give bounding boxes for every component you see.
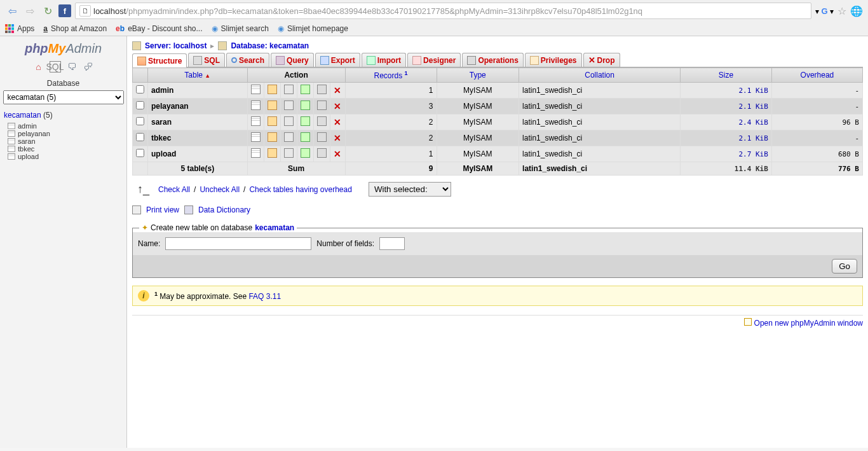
extension-globe-icon[interactable]: 🌐 <box>850 5 863 17</box>
col-records[interactable]: Records 1 <box>345 68 437 83</box>
empty-action[interactable] <box>313 114 330 130</box>
query-window-icon[interactable]: 🗪 <box>83 61 94 73</box>
bookmark-slimjet-search[interactable]: ◉Slimjet search <box>212 24 269 33</box>
tab-import[interactable]: Import <box>362 53 406 67</box>
drop-action[interactable]: ✕ <box>330 146 345 162</box>
insert-action[interactable] <box>297 146 313 162</box>
structure-action[interactable] <box>264 83 280 99</box>
structure-action[interactable] <box>264 114 280 130</box>
browse-action[interactable] <box>247 114 264 130</box>
search-action[interactable] <box>280 130 297 146</box>
forward-button[interactable]: ⇨ <box>23 4 37 18</box>
search-action[interactable] <box>280 83 297 99</box>
insert-action[interactable] <box>297 114 313 130</box>
faq-link[interactable]: FAQ 3.11 <box>248 292 281 301</box>
drop-action[interactable]: ✕ <box>330 114 345 130</box>
name-label: Name: <box>138 239 160 248</box>
empty-action[interactable] <box>313 130 330 146</box>
insert-action[interactable] <box>297 130 313 146</box>
drop-action[interactable]: ✕ <box>330 83 345 99</box>
empty-action[interactable] <box>313 83 330 99</box>
bookmark-apps[interactable]: Apps <box>5 24 34 33</box>
search-icon <box>231 57 237 63</box>
docs-icon[interactable]: 🗨 <box>66 61 78 73</box>
insert-action[interactable] <box>297 99 313 114</box>
tab-search[interactable]: Search <box>226 53 269 67</box>
open-new-window-link[interactable]: Open new phpMyAdmin window <box>754 319 863 328</box>
tab-privileges[interactable]: Privileges <box>525 53 582 67</box>
search-action[interactable] <box>280 114 297 130</box>
tab-export[interactable]: Export <box>315 53 360 67</box>
browse-action[interactable] <box>247 83 264 99</box>
bookmark-ebay[interactable]: ebeBay - Discount sho... <box>116 24 202 33</box>
browse-action[interactable] <box>247 130 264 146</box>
insert-action[interactable] <box>297 83 313 99</box>
empty-action[interactable] <box>313 99 330 114</box>
page-info-icon[interactable]: 🗋 <box>79 5 91 17</box>
browse-action[interactable] <box>247 99 264 114</box>
col-size[interactable]: Size <box>681 68 772 83</box>
home-icon[interactable]: ⌂ <box>33 61 44 73</box>
tab-query[interactable]: Query <box>271 53 314 67</box>
search-action[interactable] <box>280 99 297 114</box>
row-checkbox[interactable] <box>136 117 144 125</box>
table-name-cell[interactable]: admin <box>148 83 248 99</box>
breadcrumb-database[interactable]: Database: kecamatan <box>231 41 309 50</box>
fields-count-input[interactable] <box>379 237 405 250</box>
reload-button[interactable]: ↻ <box>41 4 55 18</box>
structure-action[interactable] <box>264 130 280 146</box>
tab-drop[interactable]: ✕Drop <box>583 53 620 67</box>
sidebar-table-item[interactable]: upload <box>8 153 126 160</box>
drop-icon: ✕ <box>334 149 341 159</box>
sidebar-table-item[interactable]: saran <box>8 137 126 145</box>
bookmark-slimjet-home[interactable]: ◉Slimjet homepage <box>278 24 348 33</box>
drop-action[interactable]: ✕ <box>330 130 345 146</box>
table-name-cell[interactable]: upload <box>148 146 248 162</box>
breadcrumb-server[interactable]: Server: localhost <box>145 41 207 50</box>
facebook-icon[interactable]: f <box>58 4 71 17</box>
url-bar[interactable]: 🗋 localhost/phpmyadmin/index.php?db=keca… <box>75 3 811 19</box>
table-name-input[interactable] <box>165 237 311 250</box>
phpmyadmin-logo[interactable]: phpMyAdmin <box>0 41 126 56</box>
col-table[interactable]: Table ▲ <box>148 68 248 83</box>
tree-database-name[interactable]: kecamatan (5) <box>4 111 126 120</box>
search-action[interactable] <box>280 146 297 162</box>
table-name-cell[interactable]: tbkec <box>148 130 248 146</box>
sidebar-table-item[interactable]: tbkec <box>8 145 126 153</box>
search-dropdown[interactable]: ▾ G ▾ <box>815 6 834 16</box>
type-cell: MyISAM <box>437 114 519 130</box>
check-all-link[interactable]: Check All <box>158 185 190 194</box>
tab-structure[interactable]: Structure <box>132 53 187 67</box>
bookmark-amazon[interactable]: aShop at Amazon <box>43 24 107 33</box>
col-type[interactable]: Type <box>437 68 519 83</box>
row-checkbox[interactable] <box>136 149 144 157</box>
check-overhead-link[interactable]: Check tables having overhead <box>249 185 351 194</box>
go-button[interactable]: Go <box>832 259 857 274</box>
back-button[interactable]: ⇦ <box>5 4 19 18</box>
table-name-cell[interactable]: pelayanan <box>148 99 248 114</box>
sidebar-table-item[interactable]: pelayanan <box>8 130 126 137</box>
data-dictionary-link[interactable]: Data Dictionary <box>198 205 250 214</box>
col-collation[interactable]: Collation <box>519 68 681 83</box>
table-name-cell[interactable]: saran <box>148 114 248 130</box>
uncheck-all-link[interactable]: Uncheck All <box>200 185 240 194</box>
sql-query-icon[interactable]: SQL <box>50 61 61 73</box>
tab-operations[interactable]: Operations <box>462 53 523 67</box>
row-checkbox[interactable] <box>136 85 144 94</box>
tab-designer[interactable]: Designer <box>407 53 461 67</box>
browse-action[interactable] <box>247 146 264 162</box>
structure-action[interactable] <box>264 99 280 114</box>
tab-sql[interactable]: SQL <box>188 53 225 67</box>
bookmark-star-icon[interactable]: ☆ <box>837 5 846 17</box>
table-icon <box>8 123 15 129</box>
structure-action[interactable] <box>264 146 280 162</box>
row-checkbox[interactable] <box>136 133 144 141</box>
sidebar-table-item[interactable]: admin <box>8 122 126 130</box>
with-selected-select[interactable]: With selected: <box>369 182 451 197</box>
drop-action[interactable]: ✕ <box>330 99 345 114</box>
col-overhead[interactable]: Overhead <box>771 68 862 83</box>
row-checkbox[interactable] <box>136 101 144 109</box>
print-view-link[interactable]: Print view <box>146 205 179 214</box>
database-select[interactable]: kecamatan (5) <box>3 90 124 104</box>
empty-action[interactable] <box>313 146 330 162</box>
